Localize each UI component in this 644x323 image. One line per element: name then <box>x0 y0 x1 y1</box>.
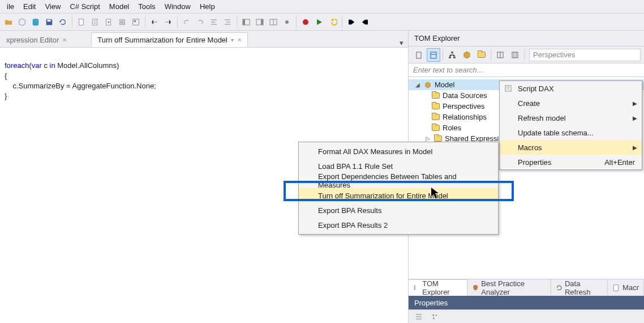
menu-window[interactable]: Window <box>160 1 195 12</box>
svg-rect-9 <box>243 19 245 25</box>
macro-export-bpa-2[interactable]: Export BPA Results 2 <box>299 218 498 232</box>
toolbar-record-icon[interactable] <box>299 16 312 28</box>
tree-label: Perspectives <box>443 102 484 110</box>
ctx-script-dax[interactable]: Script DAX <box>500 81 642 96</box>
shield-icon <box>472 284 479 292</box>
close-icon[interactable]: ✕ <box>62 37 67 43</box>
svg-point-14 <box>303 19 308 25</box>
toolbar-dot-icon[interactable] <box>281 16 293 28</box>
close-icon[interactable]: ✕ <box>237 37 242 43</box>
toolbar-step2-icon[interactable] <box>359 16 371 28</box>
code-token: in <box>50 61 55 70</box>
menu-csharp-script[interactable]: C# Script <box>65 1 104 12</box>
ctx-macros[interactable]: Macros ▶ <box>500 140 642 155</box>
code-token: c.SummarizeBy = AggregateFunction.None; <box>5 82 156 90</box>
macro-export-deps[interactable]: Export Dependencies Between Tables and M… <box>299 173 498 188</box>
submenu-arrow-icon: ▶ <box>633 100 637 107</box>
toolbar-struct-icon[interactable] <box>116 16 128 28</box>
toolbar-diagram-icon[interactable] <box>130 16 142 28</box>
svg-rect-1 <box>48 19 51 22</box>
macro-turn-off-summarization[interactable]: Turn off Summarization for Entire Model <box>299 188 498 203</box>
toolbar-step-icon[interactable] <box>345 16 358 28</box>
toolbar-doc3-icon[interactable] <box>102 16 115 28</box>
toolbar-doc-icon[interactable] <box>75 16 88 28</box>
tom-search-input[interactable]: Enter text to search... <box>409 63 644 77</box>
btab-tom-explorer[interactable]: TOM Explorer <box>409 279 467 296</box>
refresh-icon <box>556 284 563 292</box>
submenu-arrow-icon: ▶ <box>633 115 637 121</box>
tom-explorer-header: TOM Explorer <box>409 31 644 46</box>
macros-submenu: Format All DAX Measures in Model Load BP… <box>298 142 499 235</box>
tom-cols2-icon[interactable] <box>508 48 522 62</box>
btab-data-refresh[interactable]: Data Refresh <box>551 279 608 296</box>
btab-macros[interactable]: Macr <box>608 279 644 296</box>
props-cat-icon[interactable] <box>412 310 426 324</box>
tab-active-script[interactable]: Turn off Summarization for Entire Model … <box>91 32 248 47</box>
toolbar-outdent-icon[interactable] <box>148 16 161 28</box>
macro-export-bpa[interactable]: Export BPA Results <box>299 203 498 218</box>
btab-bpa[interactable]: Best Practice Analyzer <box>467 279 551 296</box>
toolbar-panel2-icon[interactable] <box>254 16 266 28</box>
macro-format-dax[interactable]: Format All DAX Measures in Model <box>299 144 498 159</box>
collapse-icon[interactable]: ◢ <box>414 82 421 88</box>
code-token: Model.AllColumns) <box>55 61 119 70</box>
folder-icon <box>431 124 440 133</box>
submenu-arrow-icon: ▶ <box>633 144 637 151</box>
toolbar-redo-icon[interactable] <box>194 16 207 28</box>
svg-point-13 <box>285 20 289 24</box>
svg-rect-19 <box>453 57 456 58</box>
menu-view[interactable]: View <box>40 1 65 12</box>
toolbar-save-icon[interactable] <box>43 16 55 28</box>
ctx-label: Refresh model <box>518 114 566 122</box>
menu-file[interactable]: ile <box>2 1 19 12</box>
ctx-label: Export Dependencies Between Tables and M… <box>318 172 482 189</box>
tom-btn-1-icon[interactable] <box>412 48 426 62</box>
toolbar-play-icon[interactable] <box>313 16 325 28</box>
tom-bottom-tabstrip: TOM Explorer Best Practice Analyzer Data… <box>409 279 644 296</box>
code-token: { <box>5 71 7 80</box>
toolbar-open-icon[interactable] <box>2 16 15 28</box>
menu-tools[interactable]: Tools <box>134 1 160 12</box>
macro-load-bpa[interactable]: Load BPA 1.1 Rule Set <box>299 159 498 173</box>
tom-btn-2-icon[interactable] <box>427 48 440 62</box>
tom-cube-icon[interactable] <box>460 48 474 62</box>
code-token: c <box>42 61 50 70</box>
tab-expression-editor[interactable]: xpression Editor ✕ <box>0 32 73 47</box>
ctx-update-table-schema[interactable]: Update table schema... <box>500 125 642 140</box>
toolbar-back-icon[interactable] <box>327 16 339 28</box>
svg-rect-16 <box>431 52 436 58</box>
svg-rect-18 <box>449 57 451 58</box>
expand-icon[interactable]: ▷ <box>424 135 431 142</box>
tom-folder-icon[interactable] <box>475 48 488 62</box>
toolbar-db-icon[interactable] <box>29 16 42 28</box>
perspectives-dropdown[interactable]: Perspectives <box>529 49 641 61</box>
svg-rect-2 <box>79 19 84 25</box>
ctx-properties[interactable]: Properties Alt+Enter <box>500 155 642 169</box>
toolbar-align2-icon[interactable] <box>221 16 234 28</box>
toolbar-undo-icon[interactable] <box>181 16 193 28</box>
toolbar-indent-icon[interactable] <box>162 16 174 28</box>
toolbar-box-icon[interactable] <box>16 16 28 28</box>
tom-hierarchy-icon[interactable] <box>445 48 459 62</box>
toolbar-align-icon[interactable] <box>208 16 220 28</box>
tree-label: Roles <box>443 124 461 132</box>
tom-cols-icon[interactable] <box>493 48 507 62</box>
menu-help[interactable]: Help <box>195 1 220 12</box>
tab-dropdown-icon[interactable]: ▾ <box>231 37 234 43</box>
svg-rect-22 <box>614 284 619 291</box>
toolbar-refresh-icon[interactable] <box>57 16 69 28</box>
tree-label: Model <box>435 80 454 89</box>
tabstrip-dropdown-icon[interactable]: ▾ <box>395 39 408 47</box>
menu-edit[interactable]: Edit <box>19 1 40 12</box>
toolbar-panel-icon[interactable] <box>240 16 252 28</box>
toolbar-split-icon[interactable] <box>267 16 280 28</box>
ctx-create[interactable]: Create ▶ <box>500 96 642 110</box>
folder-icon <box>431 113 440 122</box>
menu-model[interactable]: Model <box>105 1 134 12</box>
ctx-refresh-model[interactable]: Refresh model ▶ <box>500 110 642 125</box>
props-az-icon[interactable] <box>428 310 441 324</box>
tab-label: xpression Editor <box>6 36 59 44</box>
ctx-label: Macros <box>518 143 542 152</box>
toolbar-doc2-icon[interactable] <box>89 16 101 28</box>
editor-tabstrip: xpression Editor ✕ Turn off Summarizatio… <box>0 31 408 48</box>
